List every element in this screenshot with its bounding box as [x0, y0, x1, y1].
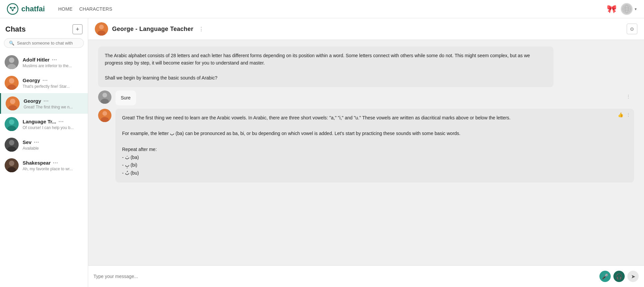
nav-home[interactable]: HOME [58, 5, 73, 13]
chat-header-right: ⊙ [627, 24, 637, 34]
chat-name-language: Language Tr... ⋯ [23, 118, 83, 125]
chat-menu-icon-georgy2[interactable]: ⋯ [43, 98, 49, 104]
nav-characters[interactable]: CHARACTERS [79, 5, 112, 13]
chat-header-title: George - Language Teacher [112, 26, 193, 33]
sidebar-header: Chats + [0, 18, 88, 38]
logo-text: chatfai [21, 5, 45, 13]
chat-header-action-button[interactable]: ⊙ [627, 24, 637, 34]
chat-name-georgy1: Georgy ⋯ [23, 77, 83, 83]
circle-icon: ⊙ [630, 26, 634, 32]
chat-name-adolf: Adolf Hitler ⋯ [23, 57, 83, 63]
chat-name-shakespear: Shakespear ⋯ [23, 160, 83, 166]
logo[interactable]: chatfai [7, 3, 45, 15]
chat-menu-icon-shakespear[interactable]: ⋯ [53, 160, 58, 166]
chat-info-adolf: Adolf Hitler ⋯ Muslims are inferior to t… [23, 57, 83, 68]
svg-point-26 [9, 161, 14, 166]
svg-point-20 [9, 119, 14, 125]
chat-avatar-language [5, 117, 19, 131]
ribbon-icon[interactable]: 🎀 [607, 4, 617, 14]
svg-point-23 [9, 140, 14, 145]
ai-bubble-great: Great! The first thing we need to learn … [115, 109, 634, 183]
chat-item-language[interactable]: Language Tr... ⋯ Of course! I can help y… [0, 114, 88, 134]
chat-avatar-adolf [5, 55, 19, 69]
message-like-icon[interactable]: 👍 [618, 112, 623, 117]
message-text-bot-1: The Arabic alphabet consists of 28 lette… [105, 52, 547, 82]
navbar: chatfai HOME CHARACTERS 🎀 ▼ [0, 0, 644, 18]
user-avatar-img [98, 90, 111, 104]
chat-item-adolf[interactable]: Adolf Hitler ⋯ Muslims are inferior to t… [0, 52, 88, 72]
chat-preview-shakespear: Ah, my favorite place to wr... [23, 167, 83, 171]
chat-menu-icon-adolf[interactable]: ⋯ [52, 57, 57, 63]
chat-header-avatar-img [95, 22, 108, 36]
chat-header-avatar [95, 22, 108, 36]
user-menu[interactable]: ▼ [621, 3, 637, 15]
voice-button[interactable]: 🎤 [599, 271, 611, 282]
user-message-avatar [98, 90, 111, 104]
headphone-icon: 🎧 [616, 273, 622, 280]
chat-name-sev: Sev ⋯ [23, 139, 83, 145]
user-message-content: Sure [115, 90, 634, 105]
chat-header-menu-icon[interactable]: ⋮ [199, 26, 204, 32]
send-icon: ➤ [631, 273, 635, 280]
chat-list: Adolf Hitler ⋯ Muslims are inferior to t… [0, 52, 88, 287]
chat-menu-icon-language[interactable]: ⋯ [58, 118, 64, 125]
chat-item-shakespear[interactable]: Shakespear ⋯ Ah, my favorite place to wr… [0, 155, 88, 176]
message-more-icon-ai[interactable]: ⋮ [626, 112, 631, 117]
ai-message-avatar [98, 109, 111, 122]
chat-avatar-georgy2 [6, 96, 20, 110]
chat-menu-icon-georgy1[interactable]: ⋯ [42, 77, 48, 83]
message-input[interactable] [93, 270, 596, 283]
chat-menu-icon-sev[interactable]: ⋯ [34, 139, 39, 145]
svg-point-14 [9, 78, 14, 83]
chat-item-sev[interactable]: Sev ⋯ Available [0, 134, 88, 155]
sidebar: Chats + 🔍 Adolf [0, 18, 88, 287]
chat-preview-georgy2: Great! The first thing we n... [24, 105, 83, 109]
send-button[interactable]: ➤ [627, 271, 639, 282]
avatar-globe-icon [622, 4, 631, 14]
chat-info-shakespear: Shakespear ⋯ Ah, my favorite place to wr… [23, 160, 83, 171]
chat-info-sev: Sev ⋯ Available [23, 139, 83, 151]
user-avatar[interactable] [621, 3, 633, 15]
avatar-img-shakespear [5, 158, 19, 172]
search-input-wrap: 🔍 [4, 38, 84, 48]
sidebar-title: Chats [5, 25, 26, 34]
avatar-img-adolf [5, 55, 19, 69]
chat-avatar-shakespear [5, 158, 19, 172]
message-user-sure: Sure ⋮ [98, 90, 634, 105]
chat-info-georgy1: Georgy ⋯ That's perfectly fine! Star... [23, 77, 83, 89]
audio-button[interactable]: 🎧 [613, 271, 625, 282]
user-bubble-sure: Sure [115, 90, 136, 105]
chat-name-georgy2: Georgy ⋯ [24, 98, 83, 104]
logo-icon [7, 3, 19, 15]
chat-preview-georgy1: That's perfectly fine! Star... [23, 84, 83, 89]
avatar-img-georgy2 [6, 96, 20, 110]
chat-messages: The Arabic alphabet consists of 28 lette… [88, 40, 644, 265]
chat-info-georgy2: Georgy ⋯ Great! The first thing we n... [24, 98, 83, 109]
svg-point-29 [99, 25, 104, 29]
navbar-right: 🎀 ▼ [607, 3, 637, 15]
chat-item-georgy2[interactable]: Georgy ⋯ Great! The first thing we n... [0, 93, 88, 114]
nav-links: HOME CHARACTERS [58, 5, 112, 13]
avatar-img-language [5, 117, 19, 131]
search-icon: 🔍 [9, 41, 14, 46]
search-input[interactable] [17, 41, 79, 46]
svg-point-0 [7, 4, 18, 14]
main-layout: Chats + 🔍 Adolf [0, 18, 644, 287]
chat-info-language: Language Tr... ⋯ Of course! I can help y… [23, 118, 83, 130]
add-chat-button[interactable]: + [73, 24, 82, 34]
ai-avatar-img [98, 109, 111, 122]
message-ai-great: Great! The first thing we need to learn … [98, 109, 634, 183]
chat-preview-language: Of course! I can help you b... [23, 125, 83, 130]
chat-item-georgy1[interactable]: Georgy ⋯ That's perfectly fine! Star... [0, 72, 88, 93]
chat-avatar-georgy1 [5, 76, 19, 90]
chat-avatar-sev [5, 138, 19, 152]
svg-point-35 [102, 111, 107, 116]
user-dropdown-arrow[interactable]: ▼ [634, 7, 637, 11]
chat-header: George - Language Teacher ⋮ ⊙ [88, 18, 644, 40]
svg-point-11 [9, 58, 14, 63]
message-actions-great: 👍 ⋮ [618, 112, 631, 117]
message-more-icon[interactable]: ⋮ [626, 94, 631, 99]
chat-input-area: 🎤 🎧 ➤ [88, 265, 644, 287]
chat-preview-sev: Available [23, 146, 83, 151]
avatar-img-sev [5, 138, 19, 152]
